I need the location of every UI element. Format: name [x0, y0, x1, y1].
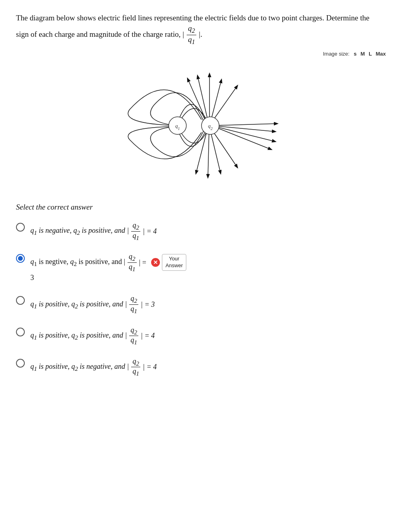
svg-line-3: [211, 126, 271, 150]
opt2-fraction: q2 q1: [128, 252, 137, 272]
opt2-number: 3: [30, 272, 34, 283]
radio-option-1[interactable]: [16, 223, 25, 232]
diagram-container: q1 q2: [16, 62, 387, 190]
option-text-4: q1 is positive, q2 is positive, and | q2…: [30, 326, 155, 346]
option-text-2: q1 is negtive, q2 is positive, and | q2 …: [30, 252, 186, 283]
option-row-2: q1 is negtive, q2 is positive, and | q2 …: [16, 252, 387, 283]
opt2-line2: 3: [30, 272, 186, 283]
option-text-3: q1 is positive, q2 is positive, and | q2…: [30, 294, 155, 314]
question-end: |.: [199, 30, 202, 38]
opt2-text-b: | =: [139, 257, 146, 268]
svg-line-0: [211, 124, 277, 126]
opt3-fraction: q2 q1: [129, 294, 138, 314]
image-size-max[interactable]: Max: [376, 51, 386, 57]
radio-option-4[interactable]: [16, 328, 25, 336]
svg-line-12: [196, 129, 207, 174]
opt1-text-b: | = 4: [143, 226, 157, 237]
option-text-5: q1 is positive, q2 is negative, and | q2…: [30, 357, 157, 377]
image-size-bar: Image size: s M L Max: [16, 50, 387, 58]
option-row-4: q1 is positive, q2 is positive, and | q2…: [16, 326, 387, 346]
question-text: The diagram below shows electric field l…: [16, 12, 376, 46]
svg-line-2: [211, 126, 275, 142]
radio-option-3[interactable]: [16, 296, 25, 305]
svg-line-10: [210, 129, 221, 174]
your-answer-box: YourAnswer: [162, 254, 186, 271]
select-correct-label: Select the correct answer: [16, 202, 387, 213]
question-fraction: q2 q1: [187, 24, 196, 46]
opt1-fraction: q2 q1: [131, 221, 140, 241]
opt4-text-a: q1 is positive, q2 is positive, and |: [30, 330, 127, 342]
option-text-1: q1 is negative, q2 is positive, and | q2…: [30, 221, 157, 241]
opt4-fraction: q2 q1: [129, 326, 138, 346]
opt2-text-a: q1 is negtive, q2 is positive, and |: [30, 256, 125, 268]
image-size-s[interactable]: s: [354, 51, 357, 57]
opt2-line1: q1 is negtive, q2 is positive, and | q2 …: [30, 252, 186, 272]
opt5-text-a: q1 is positive, q2 is negative, and |: [30, 361, 129, 374]
fraction-denominator: q1: [187, 35, 196, 46]
image-size-l[interactable]: L: [369, 51, 372, 57]
electric-field-diagram: q1 q2: [118, 62, 285, 190]
wrong-icon: ✕: [151, 258, 160, 267]
your-answer-badge: ✕ YourAnswer: [151, 254, 186, 271]
radio-option-5[interactable]: [16, 359, 25, 368]
svg-line-1: [211, 126, 275, 132]
fraction-numerator: q2: [187, 24, 196, 35]
opt3-text-b: | = 3: [141, 299, 155, 310]
opt1-text-a: q1 is negative, q2 is positive, and |: [30, 225, 129, 238]
image-size-m[interactable]: M: [361, 51, 365, 57]
opt5-text-b: | = 4: [143, 361, 157, 373]
opt5-fraction: q2 q1: [131, 357, 140, 377]
radio-option-2[interactable]: [16, 254, 25, 263]
svg-line-11: [208, 129, 209, 178]
opt3-text-a: q1 is positive, q2 is positive, and |: [30, 298, 127, 311]
option-row-1: q1 is negative, q2 is positive, and | q2…: [16, 221, 387, 241]
opt4-text-b: | = 4: [141, 330, 155, 342]
option-row-5: q1 is positive, q2 is negative, and | q2…: [16, 357, 387, 377]
option-row-3: q1 is positive, q2 is positive, and | q2…: [16, 294, 387, 314]
image-size-label: Image size:: [323, 51, 349, 57]
